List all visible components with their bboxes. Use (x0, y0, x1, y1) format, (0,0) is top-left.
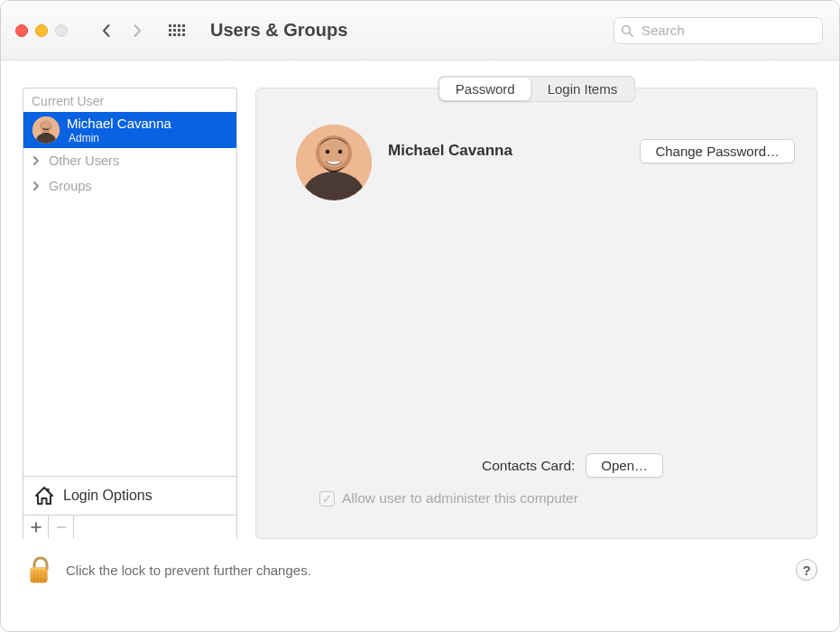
open-contacts-button[interactable]: Open… (586, 453, 663, 478)
close-window-button[interactable] (15, 24, 28, 37)
window-toolbar: Users & Groups (1, 1, 839, 60)
svg-rect-6 (47, 488, 50, 492)
users-sidebar: Current User Michael Cavanna Admin (23, 88, 237, 539)
svg-point-11 (326, 150, 330, 154)
window-controls (15, 24, 68, 37)
lock-icon[interactable] (26, 553, 53, 586)
help-button[interactable]: ? (796, 559, 817, 581)
forward-button (122, 18, 152, 43)
admin-checkbox-row: ✓ Allow user to administer this computer (278, 490, 795, 507)
lock-text: Click the lock to prevent further change… (66, 562, 783, 578)
remove-user-button (49, 516, 74, 539)
show-all-prefs-button[interactable] (167, 21, 187, 41)
user-display-name: Michael Cavanna (388, 142, 623, 160)
sidebar-item-label: Other Users (49, 153, 119, 168)
back-button[interactable] (91, 18, 122, 43)
sidebar-item-label: Groups (49, 179, 92, 193)
svg-line-1 (630, 33, 633, 36)
search-field-wrap (614, 17, 823, 44)
admin-checkbox: ✓ (319, 491, 335, 507)
change-password-button[interactable]: Change Password… (640, 139, 795, 163)
plus-icon (31, 522, 42, 533)
svg-point-12 (338, 150, 343, 154)
nav-buttons (91, 18, 152, 43)
tab-bar: Password Login Items (438, 76, 635, 102)
sidebar-item-groups[interactable]: Groups (23, 173, 236, 199)
add-remove-bar (23, 515, 236, 539)
current-user-info: Michael Cavanna Admin (67, 116, 171, 144)
minimize-window-button[interactable] (35, 24, 48, 37)
user-avatar[interactable] (296, 125, 372, 200)
tab-login-items[interactable]: Login Items (531, 78, 634, 100)
avatar (32, 116, 60, 144)
lock-bar: Click the lock to prevent further change… (1, 539, 839, 602)
minus-icon (56, 522, 67, 533)
chevron-left-icon (101, 23, 112, 38)
admin-checkbox-label: Allow user to administer this computer (342, 490, 578, 507)
sidebar-current-user[interactable]: Michael Cavanna Admin (23, 112, 236, 148)
search-input[interactable] (614, 17, 823, 44)
zoom-window-button (55, 24, 68, 37)
tab-password[interactable]: Password (439, 78, 531, 100)
chevron-right-icon (32, 156, 43, 165)
user-detail-panel: Password Login Items Michael Cavann (255, 88, 817, 539)
chevron-right-icon (132, 23, 143, 38)
sidebar-item-other-users[interactable]: Other Users (23, 148, 236, 173)
chevron-right-icon (32, 181, 43, 191)
current-user-header: Current User (23, 88, 236, 112)
login-options-button[interactable]: Login Options (23, 477, 236, 515)
house-icon (32, 484, 56, 507)
contacts-card-label: Contacts Card: (482, 458, 575, 474)
add-user-button[interactable] (23, 516, 49, 539)
checkmark-icon: ✓ (322, 492, 332, 506)
current-user-name: Michael Cavanna (67, 116, 171, 132)
svg-rect-14 (31, 568, 47, 582)
window-title: Users & Groups (210, 20, 347, 41)
current-user-role: Admin (67, 132, 171, 144)
search-icon (621, 24, 633, 37)
login-options-label: Login Options (63, 488, 152, 504)
